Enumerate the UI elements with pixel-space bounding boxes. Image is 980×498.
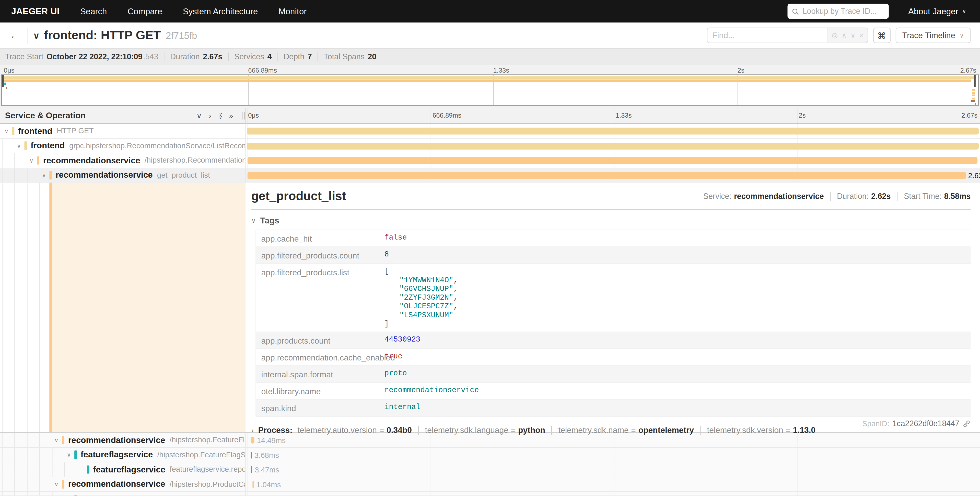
- chevron-down-icon: ∨: [962, 8, 966, 14]
- span-color-bar: [62, 436, 64, 444]
- minimap-span-tick: [975, 103, 976, 105]
- keyboard-shortcuts-button[interactable]: ⌘: [873, 28, 891, 43]
- span-color-bar: [49, 171, 52, 179]
- minimap-span-tick: [972, 92, 975, 94]
- span-row-featureflagservice-repo-query[interactable]: featureflagservice featureflagservice.re…: [0, 463, 980, 477]
- minimap-left-scrub-handle[interactable]: [2, 75, 3, 87]
- span-duration-label: 3.68ms: [255, 451, 279, 460]
- trace-id-short: 2f715fb: [166, 30, 197, 41]
- span-row-partial[interactable]: [0, 492, 980, 496]
- chevron-down-icon[interactable]: ∨: [4, 128, 8, 134]
- nav-item-system-architecture[interactable]: System Architecture: [183, 6, 258, 16]
- span-duration-bar[interactable]: [251, 437, 255, 444]
- top-nav: JAEGER UI Search Compare System Architec…: [0, 0, 980, 22]
- trace-toolbar: ◎ ∧ ∨ × ⌘ Trace Timeline ∨: [706, 28, 970, 43]
- chevron-down-icon[interactable]: ∨: [67, 452, 71, 458]
- span-color-bar: [24, 141, 27, 150]
- nav-item-compare[interactable]: Compare: [127, 6, 162, 16]
- span-duration-bar[interactable]: [247, 157, 977, 164]
- span-row-frontend-grpc[interactable]: ∨ frontend grpc.hipstershop.Recommendati…: [0, 139, 980, 153]
- minimap-canvas[interactable]: [1, 74, 979, 105]
- prev-result-icon[interactable]: ∧: [842, 31, 846, 39]
- span-duration-bar[interactable]: [248, 172, 966, 179]
- span-duration-bar[interactable]: [250, 452, 251, 458]
- tag-row: app.products.count 44530923: [256, 332, 970, 349]
- span-duration-bar[interactable]: [247, 142, 979, 149]
- span-detail-highlight: [52, 183, 246, 432]
- span-row-featureflagservice-get[interactable]: ∨ featureflagservice /hipstershop.Featur…: [0, 448, 980, 463]
- span-duration-bar[interactable]: [251, 466, 252, 473]
- clear-find-icon[interactable]: ×: [859, 32, 864, 39]
- nav-item-monitor[interactable]: Monitor: [278, 6, 307, 16]
- span-duration-label: 2.62s: [968, 171, 980, 180]
- minimap-span-tick: [971, 100, 975, 102]
- column-resizer-handle[interactable]: [242, 112, 245, 119]
- span-row-featureflag-parent[interactable]: ∨ recommendationservice /hipstershop.Fea…: [0, 433, 980, 448]
- link-icon[interactable]: [963, 420, 971, 428]
- span-detail-meta: Service: recommendationservice Duration:…: [703, 192, 971, 200]
- trace-summary-bar: Trace Start October 22 2022, 22:10:09.54…: [0, 48, 980, 65]
- trace-id-lookup[interactable]: [788, 4, 889, 19]
- tag-row: app.recommendation.cache_enabled true: [256, 349, 970, 366]
- next-result-icon[interactable]: ∨: [851, 31, 856, 39]
- span-row-productcatalog[interactable]: ∨ recommendationservice /hipstershop.Pro…: [0, 477, 980, 492]
- tag-row: span.kind internal: [256, 400, 970, 417]
- minimap-span-bar: [2, 79, 971, 82]
- chevron-down-icon[interactable]: ∨: [29, 157, 33, 163]
- span-color-bar: [12, 127, 14, 135]
- find-controls: ◎ ∧ ∨ ×: [827, 28, 867, 42]
- service-operation-header: Service & Operation ∨ › ∨∨ »: [0, 108, 245, 124]
- timeline-axis: 0μs 666.89ms 1.33s 2s 2.67s: [245, 108, 980, 124]
- span-row-get-product-list[interactable]: ∨ recommendationservice get_product_list…: [0, 168, 980, 183]
- chevron-down-icon[interactable]: ∨: [42, 172, 46, 178]
- chevron-down-icon[interactable]: ∨: [54, 437, 59, 443]
- expand-one-icon[interactable]: ›: [209, 111, 211, 120]
- span-duration-bar[interactable]: [252, 481, 253, 488]
- nav-item-search[interactable]: Search: [80, 6, 107, 16]
- find-input[interactable]: [707, 28, 827, 42]
- span-color-bar: [37, 156, 39, 164]
- chevron-down-icon[interactable]: ∨: [54, 481, 59, 487]
- minimap-right-scrub-handle[interactable]: [974, 75, 976, 87]
- chevron-down-icon: ∨: [959, 32, 964, 38]
- span-color-bar: [62, 480, 64, 488]
- span-id: SpanID: 1ca2262df0e18447: [862, 419, 970, 428]
- tag-row: app.filtered_products.count 8: [256, 247, 970, 264]
- trace-duration: Duration 2.67s: [170, 53, 222, 61]
- chevron-down-icon[interactable]: ∨: [17, 143, 21, 149]
- span-row-recommendation-list[interactable]: ∨ recommendationservice /hipstershop.Rec…: [0, 153, 980, 168]
- expand-all-icon[interactable]: »: [229, 111, 233, 120]
- trace-minimap: 0μs 666.89ms 1.33s 2s 2.67s: [0, 65, 980, 108]
- tags-table: app.cache_hit false app.filtered_product…: [256, 230, 971, 417]
- tag-row: app.filtered_products.list [ 1YMWWN1N4O,…: [256, 264, 970, 332]
- span-duration-bar[interactable]: [247, 128, 979, 134]
- nav-right: About Jaeger ∨: [788, 4, 980, 19]
- span-color-bar: [74, 450, 77, 459]
- span-detail-title: get_product_list: [251, 189, 346, 203]
- trace-total-spans: Total Spans 20: [324, 53, 376, 61]
- back-arrow-button[interactable]: ←: [7, 29, 23, 42]
- about-jaeger-menu[interactable]: About Jaeger ∨: [908, 6, 966, 16]
- span-detail-row: get_product_list Service: recommendation…: [0, 183, 980, 433]
- divider: [27, 27, 27, 43]
- search-icon: [792, 8, 799, 15]
- minimap-span-tick: [972, 89, 975, 91]
- trace-id-lookup-input[interactable]: [802, 7, 882, 16]
- tags-section-toggle[interactable]: ∨ Tags: [251, 216, 970, 225]
- span-duration-label: 3.47ms: [255, 466, 279, 474]
- view-select-button[interactable]: Trace Timeline ∨: [896, 28, 970, 43]
- trace-services: Services 4: [234, 53, 272, 61]
- span-duration-label: 1.04ms: [256, 480, 281, 489]
- command-icon: ⌘: [877, 30, 886, 40]
- tag-row: otel.library.name recommendationservice: [256, 383, 970, 400]
- span-detail-indent-area: [0, 183, 245, 432]
- span-row-frontend-http-get[interactable]: ∨ frontend HTTP GET: [0, 124, 980, 139]
- brand-jaeger-ui[interactable]: JAEGER UI: [11, 6, 59, 16]
- minimap-span-tick: [972, 94, 975, 96]
- expand-collapse-controls: ∨ › ∨∨ »: [196, 111, 233, 120]
- locate-icon[interactable]: ◎: [832, 31, 838, 39]
- collapse-deep-icon[interactable]: ∨∨: [218, 112, 222, 118]
- trace-title: frontend: HTTP GET: [44, 28, 161, 42]
- collapse-trace-chevron-icon[interactable]: ∨: [33, 30, 40, 40]
- collapse-all-icon[interactable]: ∨: [196, 111, 202, 120]
